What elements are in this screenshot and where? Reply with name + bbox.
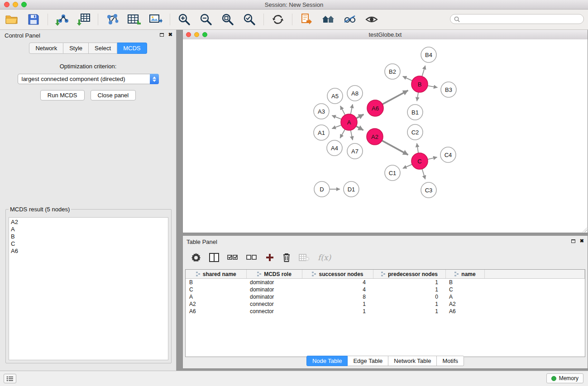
- table-cell[interactable]: dominator: [246, 286, 302, 293]
- float-panel-icon[interactable]: [160, 33, 164, 37]
- graph-node-D1[interactable]: D1: [344, 181, 359, 197]
- table-cell[interactable]: A: [186, 293, 246, 300]
- import-table-from-file-icon[interactable]: [76, 12, 91, 27]
- task-history-button[interactable]: [4, 374, 16, 383]
- result-item[interactable]: A2: [11, 219, 168, 226]
- graph-node-A7[interactable]: A7: [347, 143, 363, 159]
- float-table-panel-icon[interactable]: [571, 239, 575, 243]
- node-table-container[interactable]: shared nameMCDS rolesuccessor nodesprede…: [185, 269, 585, 357]
- edge-A-A1[interactable]: [332, 125, 341, 129]
- graph-node-A[interactable]: A: [341, 114, 357, 130]
- table-cell[interactable]: A: [445, 293, 484, 300]
- zoom-selected-icon[interactable]: [242, 12, 257, 27]
- tab-motifs[interactable]: Motifs: [437, 356, 464, 366]
- zoom-fit-content-icon[interactable]: [220, 12, 235, 27]
- table-row[interactable]: A6connector11A6: [186, 308, 585, 315]
- edge-B-B3[interactable]: [428, 86, 438, 87]
- edge-C-C3[interactable]: [422, 169, 425, 179]
- edge-B-B4[interactable]: [422, 66, 425, 76]
- search-input[interactable]: [462, 15, 583, 23]
- graph-node-A4[interactable]: A4: [327, 140, 342, 156]
- table-row[interactable]: A2connector11A2: [186, 300, 585, 308]
- table-cell[interactable]: 1: [373, 308, 445, 315]
- home-icon[interactable]: [321, 12, 335, 27]
- tab-network-table[interactable]: Network Table: [388, 356, 437, 366]
- refresh-view-icon[interactable]: [271, 12, 285, 27]
- table-cell[interactable]: 4: [302, 279, 373, 286]
- close-panel-icon[interactable]: ✖: [168, 32, 172, 37]
- table-cell[interactable]: 1: [302, 308, 373, 315]
- result-item[interactable]: A: [11, 226, 168, 233]
- table-cell[interactable]: A6: [445, 308, 484, 315]
- graph-node-B2[interactable]: B2: [385, 64, 400, 79]
- column-header-mcds-role[interactable]: MCDS role: [246, 270, 302, 279]
- session-file-icon[interactable]: [299, 12, 314, 27]
- table-cell[interactable]: 0: [373, 293, 445, 300]
- tab-mcds[interactable]: MCDS: [117, 43, 147, 54]
- import-network-from-file-icon[interactable]: [55, 12, 69, 27]
- table-cell[interactable]: A2: [186, 300, 246, 308]
- tab-select[interactable]: Select: [89, 43, 117, 54]
- edge-A-A6[interactable]: [356, 114, 364, 119]
- table-cell[interactable]: 1: [373, 279, 445, 286]
- edge-A-A4[interactable]: [340, 129, 345, 138]
- table-cell[interactable]: C: [186, 286, 246, 293]
- table-cell[interactable]: 1: [373, 300, 445, 308]
- graph-node-C3[interactable]: C3: [421, 182, 436, 198]
- network-icon[interactable]: [105, 12, 120, 27]
- edge-A6-B[interactable]: [382, 91, 408, 105]
- optimization-criterion-dropdown[interactable]: largest connected component (directed): [18, 74, 159, 84]
- table-cell[interactable]: A6: [186, 308, 246, 315]
- graph-node-C2[interactable]: C2: [407, 124, 423, 140]
- network-graph[interactable]: B4B2BB3A5A8A6A3B1AC2A1A2A4A7C4CC1C3DD1: [183, 39, 588, 233]
- apply-function-button[interactable]: f(x): [318, 251, 331, 264]
- select-all-rows-icon[interactable]: [227, 251, 238, 264]
- edge-C-C1[interactable]: [403, 164, 412, 168]
- network-canvas[interactable]: B4B2BB3A5A8A6A3B1AC2A1A2A4A7C4CC1C3DD1: [183, 39, 588, 233]
- graph-node-B1[interactable]: B1: [407, 105, 423, 120]
- graph-node-D[interactable]: D: [314, 181, 330, 197]
- graph-node-A8[interactable]: A8: [347, 86, 363, 101]
- delete-row-icon[interactable]: [282, 251, 291, 264]
- graph-node-C[interactable]: C: [411, 153, 428, 169]
- graph-node-B4[interactable]: B4: [421, 47, 436, 62]
- table-cell[interactable]: C: [445, 286, 484, 293]
- table-row[interactable]: Bdominator41B: [186, 279, 585, 286]
- mcds-result-list[interactable]: A2ABCA6: [9, 217, 168, 360]
- graph-node-A1[interactable]: A1: [314, 125, 329, 140]
- edge-C-C2[interactable]: [417, 143, 418, 153]
- edge-A-A3[interactable]: [332, 115, 341, 119]
- graph-node-B3[interactable]: B3: [441, 82, 456, 97]
- graph-node-A2[interactable]: A2: [367, 129, 383, 145]
- graph-node-C4[interactable]: C4: [440, 147, 456, 162]
- open-session-icon[interactable]: [5, 12, 19, 27]
- search-box[interactable]: [450, 14, 584, 24]
- column-sort-icon[interactable]: [257, 272, 262, 276]
- graph-node-A3[interactable]: A3: [314, 104, 329, 119]
- graph-node-C1[interactable]: C1: [385, 165, 400, 181]
- column-sort-icon[interactable]: [454, 272, 459, 276]
- close-panel-button[interactable]: Close panel: [91, 90, 136, 100]
- graph-node-A6[interactable]: A6: [367, 100, 383, 116]
- table-cell[interactable]: connector: [246, 308, 302, 315]
- table-cell[interactable]: 1: [302, 300, 373, 308]
- tab-edge-table[interactable]: Edge Table: [348, 356, 388, 366]
- delete-table-icon[interactable]: [299, 251, 310, 264]
- add-row-icon[interactable]: [265, 251, 274, 264]
- add-column-icon[interactable]: [209, 251, 219, 264]
- tab-network[interactable]: Network: [29, 43, 63, 54]
- table-cell[interactable]: A2: [445, 300, 484, 308]
- result-item[interactable]: C: [11, 240, 168, 248]
- tab-node-table[interactable]: Node Table: [306, 356, 348, 366]
- settings-gear-icon[interactable]: [191, 251, 201, 264]
- deselect-all-rows-icon[interactable]: [246, 251, 257, 264]
- column-sort-icon[interactable]: [196, 272, 201, 276]
- edge-A-A8[interactable]: [351, 105, 353, 114]
- hide-glasses-icon[interactable]: [343, 12, 357, 27]
- table-cell[interactable]: 1: [373, 286, 445, 293]
- graph-node-B[interactable]: B: [411, 76, 428, 92]
- save-session-icon[interactable]: [26, 12, 41, 27]
- table-cell[interactable]: connector: [246, 300, 302, 308]
- result-item[interactable]: A6: [11, 248, 168, 255]
- eye-icon[interactable]: [364, 12, 379, 27]
